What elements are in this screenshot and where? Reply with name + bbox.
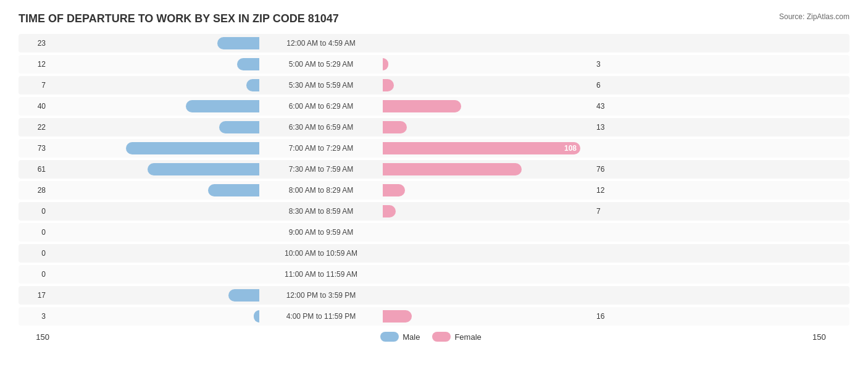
val-right: 43 bbox=[593, 102, 630, 111]
bar-row: 22 6:30 AM to 6:59 AM 13 bbox=[19, 118, 849, 137]
bar-left-container bbox=[49, 247, 259, 259]
bar-right bbox=[383, 310, 412, 323]
row-label: 9:00 AM to 9:59 AM bbox=[259, 228, 383, 237]
bar-right-container bbox=[383, 268, 593, 281]
row-label: 10:00 AM to 10:59 AM bbox=[259, 249, 383, 258]
bar-left bbox=[254, 310, 259, 323]
val-left: 0 bbox=[19, 249, 49, 258]
bar-row: 40 6:00 AM to 6:29 AM 43 bbox=[19, 97, 849, 116]
axis-right: 150 bbox=[812, 332, 849, 342]
bar-row: 23 12:00 AM to 4:59 AM bbox=[19, 34, 849, 53]
bar-left-container bbox=[49, 310, 259, 323]
row-inner: 0 11:00 AM to 11:59 AM bbox=[19, 265, 849, 284]
row-label: 8:30 AM to 8:59 AM bbox=[259, 207, 383, 216]
val-left: 61 bbox=[19, 165, 49, 174]
row-inner: 61 7:30 AM to 7:59 AM 76 bbox=[19, 160, 849, 179]
bar-left bbox=[126, 142, 259, 154]
bar-left bbox=[219, 121, 259, 133]
bar-left-container bbox=[49, 79, 259, 91]
bar-row: 7 5:30 AM to 5:59 AM 6 bbox=[19, 76, 849, 95]
val-left: 7 bbox=[19, 81, 49, 90]
val-left: 0 bbox=[19, 207, 49, 216]
bar-right-container bbox=[383, 184, 593, 196]
bar-right-container bbox=[383, 205, 593, 217]
bar-left bbox=[217, 37, 259, 49]
bar-row: 73 7:00 AM to 7:29 AM 108 108 bbox=[19, 139, 849, 158]
row-inner: 12 5:00 AM to 5:29 AM 3 bbox=[19, 55, 849, 74]
bar-row: 12 5:00 AM to 5:29 AM 3 bbox=[19, 55, 849, 74]
row-inner: 17 12:00 PM to 3:59 PM bbox=[19, 286, 849, 305]
bar-left bbox=[228, 289, 259, 302]
bar-row: 0 8:30 AM to 8:59 AM 7 bbox=[19, 202, 849, 221]
val-right: 6 bbox=[593, 81, 630, 90]
bar-left-container bbox=[49, 37, 259, 49]
legend-female-color bbox=[432, 332, 451, 342]
row-label: 12:00 PM to 3:59 PM bbox=[259, 291, 383, 300]
val-right: 13 bbox=[593, 123, 630, 132]
row-inner: 40 6:00 AM to 6:29 AM 43 bbox=[19, 97, 849, 116]
row-inner: 22 6:30 AM to 6:59 AM 13 bbox=[19, 118, 849, 137]
bar-right bbox=[383, 184, 405, 196]
bar-row: 17 12:00 PM to 3:59 PM bbox=[19, 286, 849, 305]
bar-right: 108 bbox=[383, 142, 580, 154]
legend-male-color bbox=[380, 332, 399, 342]
row-inner: 3 4:00 PM to 11:59 PM 16 bbox=[19, 307, 849, 326]
legend-male: Male bbox=[380, 332, 420, 342]
bar-left-container bbox=[49, 205, 259, 217]
row-label: 4:00 PM to 11:59 PM bbox=[259, 312, 383, 321]
bar-right bbox=[383, 163, 522, 175]
bar-right bbox=[383, 100, 461, 112]
bar-right bbox=[383, 121, 407, 133]
val-left: 12 bbox=[19, 60, 49, 69]
bar-row: 0 11:00 AM to 11:59 AM bbox=[19, 265, 849, 284]
row-label: 5:00 AM to 5:29 AM bbox=[259, 60, 383, 69]
row-label: 12:00 AM to 4:59 AM bbox=[259, 39, 383, 48]
bar-row: 3 4:00 PM to 11:59 PM 16 bbox=[19, 307, 849, 326]
chart-source: Source: ZipAtlas.com bbox=[779, 12, 849, 21]
bar-right-container bbox=[383, 121, 593, 133]
val-right: 12 bbox=[593, 186, 630, 195]
bar-left-container bbox=[49, 163, 259, 175]
val-left: 23 bbox=[19, 39, 49, 48]
bar-left-container bbox=[49, 226, 259, 238]
bar-right-container: 108 bbox=[383, 142, 593, 154]
bar-right bbox=[383, 205, 396, 217]
legend-female-label: Female bbox=[454, 332, 481, 342]
bar-right bbox=[383, 79, 394, 91]
bar-row: 0 10:00 AM to 10:59 AM bbox=[19, 244, 849, 263]
bar-row: 61 7:30 AM to 7:59 AM 76 bbox=[19, 160, 849, 179]
bar-right-container bbox=[383, 100, 593, 112]
legend-male-label: Male bbox=[403, 332, 420, 342]
bar-left-container bbox=[49, 142, 259, 154]
row-label: 8:00 AM to 8:29 AM bbox=[259, 186, 383, 195]
bar-right-container bbox=[383, 58, 593, 70]
bar-right-container bbox=[383, 37, 593, 49]
chart-footer: 150 Male Female 150 bbox=[19, 332, 849, 342]
val-right: 7 bbox=[593, 207, 630, 216]
row-label: 6:00 AM to 6:29 AM bbox=[259, 102, 383, 111]
val-left: 17 bbox=[19, 291, 49, 300]
chart-title: TIME OF DEPARTURE TO WORK BY SEX IN ZIP … bbox=[19, 12, 849, 25]
val-right: 76 bbox=[593, 165, 630, 174]
bar-left bbox=[148, 163, 259, 175]
bar-left bbox=[208, 184, 259, 196]
row-inner: 0 10:00 AM to 10:59 AM bbox=[19, 244, 849, 263]
row-inner: 28 8:00 AM to 8:29 AM 12 bbox=[19, 181, 849, 200]
bar-left-container bbox=[49, 184, 259, 196]
bar-left bbox=[237, 58, 259, 70]
legend: Male Female bbox=[380, 332, 482, 342]
row-inner: 73 7:00 AM to 7:29 AM 108 108 bbox=[19, 139, 849, 158]
bar-right-container bbox=[383, 310, 593, 323]
val-left: 0 bbox=[19, 228, 49, 237]
row-label: 7:00 AM to 7:29 AM bbox=[259, 144, 383, 153]
row-inner: 0 8:30 AM to 8:59 AM 7 bbox=[19, 202, 849, 221]
row-inner: 7 5:30 AM to 5:59 AM 6 bbox=[19, 76, 849, 95]
bar-right-container bbox=[383, 289, 593, 302]
val-right: 16 bbox=[593, 312, 630, 321]
bar-right-container bbox=[383, 226, 593, 238]
bar-right-container bbox=[383, 79, 593, 91]
row-label: 5:30 AM to 5:59 AM bbox=[259, 81, 383, 90]
row-inner: 23 12:00 AM to 4:59 AM bbox=[19, 34, 849, 53]
row-label: 11:00 AM to 11:59 AM bbox=[259, 270, 383, 279]
val-left: 28 bbox=[19, 186, 49, 195]
